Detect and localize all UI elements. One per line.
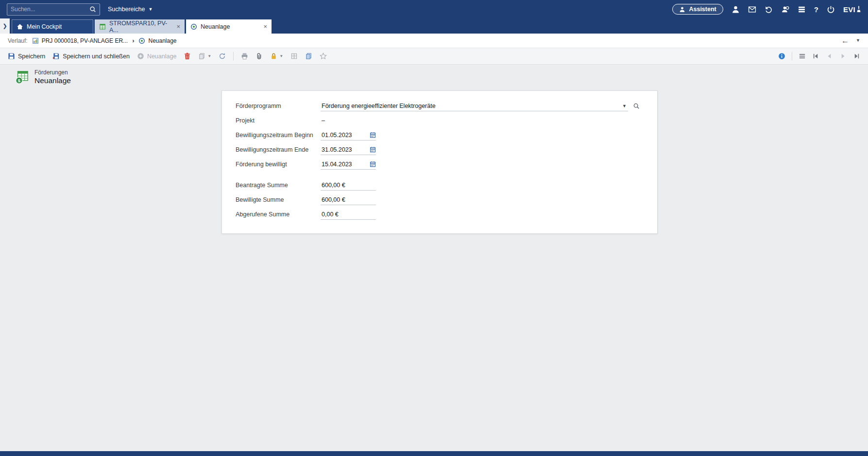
tab-bar: ❯ Mein Cockpit STROMSPAR10, PV-A... × Ne… [0,18,868,34]
new-record-button[interactable]: Neuanlage [137,53,176,60]
abgerufene-summe-field[interactable]: 0,00 € [321,209,376,220]
breadcrumb-item-project[interactable]: PRJ 0000018, PV-ANLAGE ER... [32,37,128,44]
save-icon [8,53,15,60]
search-icon[interactable] [89,6,96,13]
breadcrumb: Verlauf: PRJ 0000018, PV-ANLAGE ER... › … [0,34,868,48]
toolbar-separator [792,52,792,60]
calendar-icon[interactable] [370,132,376,138]
beantragte-summe-field[interactable]: 600,00 € [321,180,376,191]
form-row-projekt: Projekt – [222,113,657,128]
help-icon[interactable]: ? [814,5,818,14]
form-row-bewilligungszeitraum-ende: Bewilligungszeitraum Ende 31.05.2023 [222,142,657,157]
nav-last-button[interactable] [853,53,860,60]
tab-neuanlage[interactable]: Neuanlage × [186,19,272,34]
foerderung-bewilligt-field[interactable]: 15.04.2023 [321,159,376,170]
copy-icon [198,53,205,60]
field-value: 01.05.2023 [321,132,376,139]
print-button[interactable] [241,53,248,60]
attachment-button[interactable] [255,53,263,60]
field-value: 0,00 € [321,211,376,218]
tab-stromspar10[interactable]: STROMSPAR10, PV-A... × [95,19,185,34]
grid-view-button[interactable] [290,53,298,60]
bottom-bar [0,451,868,456]
last-record-icon [853,53,860,60]
chart-icon [32,37,39,44]
expand-nav-chevron[interactable]: ❯ [0,18,10,34]
info-icon [778,53,785,60]
close-icon[interactable]: × [176,23,180,30]
nav-first-button[interactable] [812,53,819,60]
breadcrumb-item-label: PRJ 0000018, PV-ANLAGE ER... [42,37,128,44]
stack-list-icon[interactable] [798,5,806,14]
menu-button[interactable] [799,53,806,60]
search-areas-dropdown[interactable]: Suchbereiche ▼ [108,6,153,13]
tab-mein-cockpit[interactable]: Mein Cockpit [12,19,93,34]
copy-button[interactable]: ▼ [198,53,211,60]
field-value: 600,00 € [321,182,376,189]
lock-button[interactable]: ▼ [270,53,283,60]
inbox-icon[interactable] [748,5,756,14]
brand-mark-icon [856,5,861,13]
assistant-button[interactable]: Assistent [672,4,723,15]
chevron-down-icon: ▼ [148,7,153,12]
bewilligte-summe-field[interactable]: 600,00 € [321,194,376,205]
new-record-label: Neuanlage [147,53,176,60]
close-icon[interactable]: × [263,23,267,30]
field-label: Abgerufene Summe [236,211,321,218]
breadcrumb-item-neuanlage[interactable]: Neuanlage [138,37,176,44]
form-row-abgerufene-summe: Abgerufene Summe 0,00 € [222,207,657,222]
duplicate-record-button[interactable] [305,53,312,60]
first-record-icon [812,53,819,60]
nav-next-button[interactable] [839,53,847,60]
global-search[interactable] [7,3,100,16]
grid-icon [290,53,298,60]
toolbar-right [778,52,860,60]
chevron-down-icon: ▼ [279,54,283,58]
field-label: Beantragte Summe [236,182,321,189]
history-back-icon[interactable]: ← [841,36,849,45]
refresh-button[interactable] [219,53,226,60]
save-button[interactable]: Speichern [8,53,45,60]
form-row-foerderprogramm: Förderprogramm Förderung energieeffizien… [222,99,657,113]
chevron-right-icon: › [132,37,134,44]
record-circle-icon [190,23,197,30]
topbar-actions: Assistent ? EVI [672,4,861,15]
lookup-search-icon[interactable] [633,103,640,109]
tab-label: Neuanlage [201,23,230,30]
search-input[interactable] [11,6,89,13]
foerderprogramm-field[interactable]: Förderung energieeffizienter Elektrogerä… [321,101,628,111]
history-dropdown-icon[interactable]: ▼ [856,38,860,43]
save-and-close-button[interactable]: Speichern und schließen [52,53,130,60]
form-row-bewilligte-summe: Bewilligte Summe 600,00 € [222,193,657,207]
field-label: Förderung bewilligt [236,161,321,168]
calendar-icon[interactable] [370,161,376,167]
dropdown-caret-icon[interactable]: ▼ [622,104,627,108]
toolbar-separator [233,52,234,60]
undo-icon[interactable] [765,5,773,14]
field-value: 31.05.2023 [321,146,376,153]
assistant-person-icon [679,6,685,13]
power-icon[interactable] [827,5,835,14]
form-row-beantragte-summe: Beantragte Summe 600,00 € [222,178,657,193]
breadcrumb-actions: ← ▼ [841,36,860,45]
calendar-icon[interactable] [370,146,376,153]
info-button[interactable] [778,53,785,60]
history-label: Verlauf: [8,37,28,44]
nav-prev-button[interactable] [826,53,833,60]
delete-button[interactable] [184,53,191,60]
support-person-icon[interactable] [781,5,789,14]
bewilligungszeitraum-ende-field[interactable]: 31.05.2023 [321,144,376,155]
trash-icon [184,53,191,60]
page-header: $ Förderungen Neuanlage [0,65,868,88]
bewilligungszeitraum-beginn-field[interactable]: 01.05.2023 [321,130,376,140]
user-icon[interactable] [732,5,740,14]
favorite-button[interactable] [320,53,327,60]
project-table-icon [99,23,106,30]
field-label: Bewilligungszeitraum Ende [236,146,321,153]
breadcrumb-item-label: Neuanlage [148,37,176,44]
plus-circle-icon [137,53,144,60]
brand-logo: EVI [843,5,861,14]
record-circle-icon [138,37,145,44]
pages-icon [305,53,312,60]
field-label: Bewilligungszeitraum Beginn [236,132,321,139]
